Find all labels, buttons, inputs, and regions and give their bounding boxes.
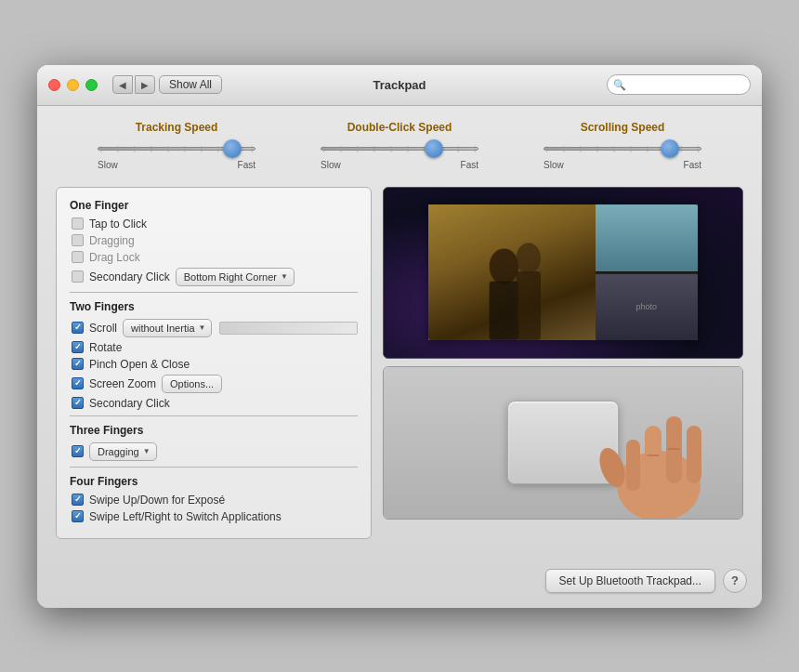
scrolling-speed-labels: Slow Fast bbox=[544, 160, 701, 170]
tracking-fast-label: Fast bbox=[238, 160, 255, 170]
screen-zoom-options-button[interactable]: Options... bbox=[162, 375, 222, 393]
divider-1 bbox=[70, 292, 358, 293]
svg-rect-1 bbox=[489, 282, 518, 340]
bluetooth-trackpad-button[interactable]: Set Up Bluetooth Trackpad... bbox=[545, 569, 715, 593]
content-area: Tracking Speed |||||||||| Slow Fast Doub… bbox=[37, 106, 762, 558]
three-finger-dragging-checkbox[interactable] bbox=[72, 445, 84, 457]
double-fast-label: Fast bbox=[461, 160, 478, 170]
main-window: ◀ ▶ Show All Trackpad 🔍 Tracking Speed |… bbox=[37, 65, 762, 608]
double-click-speed-labels: Slow Fast bbox=[321, 160, 478, 170]
secondary-click-two-checkbox[interactable] bbox=[72, 397, 84, 409]
tracking-speed-slider-group: Tracking Speed |||||||||| Slow Fast bbox=[84, 121, 269, 170]
secondary-click-checkbox[interactable] bbox=[72, 270, 84, 283]
swipe-left-right-checkbox[interactable] bbox=[72, 510, 84, 522]
scroll-label: Scroll bbox=[89, 322, 117, 335]
double-click-speed-track: |||||||||| bbox=[321, 147, 478, 151]
two-fingers-title: Two Fingers bbox=[70, 300, 358, 313]
three-finger-dragging-dropdown[interactable]: Dragging ▼ bbox=[89, 442, 157, 461]
tracking-slow-label: Slow bbox=[98, 160, 118, 170]
swipe-left-right-label: Swipe Left/Right to Switch Applications bbox=[89, 510, 282, 523]
tracking-speed-thumb[interactable] bbox=[223, 139, 242, 158]
divider-3 bbox=[70, 467, 358, 468]
screen-zoom-label: Screen Zoom bbox=[89, 377, 156, 390]
scrolling-slow-label: Slow bbox=[544, 160, 564, 170]
scroll-dropdown[interactable]: without Inertia ▼ bbox=[123, 319, 212, 337]
secondary-click-two-row: Secondary Click bbox=[70, 397, 358, 410]
bottom-bar: Set Up Bluetooth Trackpad... ? bbox=[37, 558, 762, 608]
svg-rect-6 bbox=[666, 416, 682, 483]
secondary-click-dropdown-value: Bottom Right Corner bbox=[184, 271, 277, 283]
scrolling-fast-label: Fast bbox=[684, 160, 701, 170]
double-slow-label: Slow bbox=[321, 160, 341, 170]
drag-lock-label: Drag Lock bbox=[89, 251, 140, 264]
double-click-speed-slider[interactable]: |||||||||| bbox=[321, 139, 478, 158]
people-silhouette bbox=[442, 217, 590, 340]
drag-lock-row: Drag Lock bbox=[70, 251, 358, 264]
tap-to-click-row: Tap to Click bbox=[70, 217, 358, 231]
nav-buttons: ◀ ▶ bbox=[112, 75, 155, 94]
rotate-checkbox[interactable] bbox=[72, 341, 84, 353]
photo-strip-top bbox=[596, 204, 698, 272]
photo-strip-bottom: photo bbox=[596, 274, 698, 341]
scroll-row: Scroll without Inertia ▼ bbox=[70, 319, 358, 337]
sliders-row: Tracking Speed |||||||||| Slow Fast Doub… bbox=[56, 121, 743, 170]
double-click-speed-thumb[interactable] bbox=[425, 139, 443, 158]
rotate-label: Rotate bbox=[89, 341, 122, 354]
one-finger-title: One Finger bbox=[70, 199, 358, 212]
photo-strip-text: photo bbox=[596, 274, 698, 341]
double-click-speed-label: Double-Click Speed bbox=[347, 121, 452, 134]
drag-lock-checkbox[interactable] bbox=[72, 251, 84, 263]
scroll-bar-indicator bbox=[219, 322, 358, 335]
hand-icon bbox=[594, 398, 724, 519]
window-title: Trackpad bbox=[373, 78, 426, 92]
dragging-label: Dragging bbox=[89, 234, 135, 247]
screen-zoom-checkbox[interactable] bbox=[72, 377, 84, 389]
laptop-screen: photo bbox=[384, 188, 742, 358]
pinch-checkbox[interactable] bbox=[72, 358, 84, 370]
tracking-speed-label: Tracking Speed bbox=[136, 121, 218, 134]
dragging-row: Dragging bbox=[70, 234, 358, 247]
scroll-dropdown-value: without Inertia bbox=[131, 323, 194, 334]
image-panel: photo bbox=[383, 187, 743, 539]
forward-button[interactable]: ▶ bbox=[135, 75, 155, 94]
scrolling-speed-thumb[interactable] bbox=[661, 139, 679, 158]
pinch-label: Pinch Open & Close bbox=[89, 358, 190, 371]
dragging-checkbox[interactable] bbox=[72, 234, 84, 246]
hand-trackpad-demo-image bbox=[383, 366, 743, 520]
chevron-down-icon-2: ▼ bbox=[199, 323, 206, 332]
window-controls bbox=[48, 79, 98, 91]
swipe-up-down-label: Swipe Up/Down for Exposé bbox=[89, 494, 225, 507]
secondary-click-dropdown[interactable]: Bottom Right Corner ▼ bbox=[176, 268, 295, 286]
scroll-checkbox[interactable] bbox=[72, 322, 84, 334]
svg-rect-3 bbox=[516, 271, 540, 340]
chevron-down-icon: ▼ bbox=[281, 272, 288, 281]
options-panel: One Finger Tap to Click Dragging Drag Lo… bbox=[56, 187, 372, 539]
rotate-row: Rotate bbox=[70, 341, 358, 354]
secondary-click-label: Secondary Click bbox=[89, 270, 170, 283]
maximize-button[interactable] bbox=[85, 79, 98, 91]
back-button[interactable]: ◀ bbox=[112, 75, 133, 94]
minimize-button[interactable] bbox=[67, 79, 79, 91]
scrolling-speed-slider[interactable]: |||||||||| bbox=[544, 139, 701, 158]
svg-point-2 bbox=[516, 244, 540, 274]
main-panel: One Finger Tap to Click Dragging Drag Lo… bbox=[56, 187, 743, 539]
show-all-button[interactable]: Show All bbox=[159, 75, 222, 94]
tracking-speed-slider[interactable]: |||||||||| bbox=[98, 139, 255, 158]
trackpad-background bbox=[384, 367, 742, 519]
swipe-up-down-checkbox[interactable] bbox=[72, 494, 84, 506]
svg-point-0 bbox=[489, 249, 518, 285]
four-fingers-title: Four Fingers bbox=[70, 475, 358, 488]
tap-to-click-checkbox[interactable] bbox=[72, 217, 84, 230]
close-button[interactable] bbox=[48, 79, 60, 91]
secondary-click-two-label: Secondary Click bbox=[89, 397, 170, 410]
double-click-speed-slider-group: Double-Click Speed |||||||||| Slow Fast bbox=[307, 121, 492, 170]
tap-to-click-label: Tap to Click bbox=[89, 217, 147, 231]
search-input[interactable] bbox=[607, 74, 751, 95]
tracking-speed-labels: Slow Fast bbox=[98, 160, 255, 170]
swipe-left-right-row: Swipe Left/Right to Switch Applications bbox=[70, 510, 358, 523]
divider-2 bbox=[70, 415, 358, 416]
swipe-up-down-row: Swipe Up/Down for Exposé bbox=[70, 494, 358, 507]
three-finger-dragging-row: Dragging ▼ bbox=[70, 442, 358, 461]
help-button[interactable]: ? bbox=[723, 569, 747, 593]
secondary-click-row: Secondary Click Bottom Right Corner ▼ bbox=[70, 268, 358, 286]
